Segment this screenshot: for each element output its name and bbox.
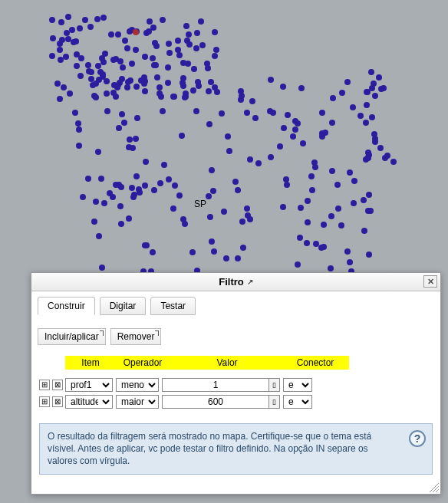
map-point[interactable] [308, 173, 315, 179]
map-point[interactable] [347, 169, 353, 176]
map-point[interactable] [290, 133, 296, 140]
map-point[interactable] [223, 255, 229, 261]
map-point[interactable] [361, 228, 367, 234]
map-point[interactable] [151, 187, 157, 193]
map-point[interactable] [329, 120, 335, 126]
map-point[interactable] [206, 121, 212, 127]
map-point[interactable] [58, 57, 64, 63]
operator-select[interactable]: menor [116, 378, 159, 392]
map-point[interactable] [160, 108, 166, 114]
map-point[interactable] [50, 35, 56, 41]
map-point[interactable] [133, 136, 139, 142]
map-point[interactable] [221, 209, 227, 215]
map-point[interactable] [368, 69, 374, 75]
map-point[interactable] [126, 144, 132, 150]
tab-testar[interactable]: Testar [150, 297, 196, 315]
map-point[interactable] [85, 176, 91, 182]
tab-digitar[interactable]: Digitar [100, 297, 147, 315]
map-point[interactable] [166, 41, 172, 47]
remove-button[interactable]: Remover [110, 328, 162, 345]
map-point[interactable] [126, 215, 132, 222]
map-point[interactable] [338, 222, 344, 228]
map-point[interactable] [283, 176, 289, 182]
map-point[interactable] [212, 29, 218, 35]
map-point[interactable] [329, 168, 335, 174]
connector-select[interactable]: e [283, 395, 312, 409]
map-point[interactable] [268, 77, 274, 83]
map-point[interactable] [366, 192, 372, 198]
map-point[interactable] [318, 245, 324, 251]
map-point[interactable] [156, 84, 163, 90]
map-point[interactable] [133, 173, 140, 179]
map-point[interactable] [85, 62, 91, 68]
map-point[interactable] [110, 194, 116, 200]
map-point[interactable] [321, 222, 327, 228]
map-point[interactable] [235, 187, 241, 193]
map-point[interactable] [100, 15, 107, 21]
map-point[interactable] [319, 133, 325, 140]
map-point[interactable] [284, 182, 290, 188]
map-point[interactable] [206, 193, 212, 199]
map-point[interactable] [176, 192, 183, 199]
popout-icon[interactable]: ↗ [247, 278, 253, 286]
map-point[interactable] [244, 110, 250, 116]
map-point[interactable] [189, 249, 196, 255]
map-point[interactable] [295, 120, 301, 127]
map-point[interactable] [199, 42, 206, 48]
map-point[interactable] [232, 179, 239, 185]
map-point[interactable] [357, 113, 364, 119]
map-point[interactable] [175, 47, 181, 53]
map-point[interactable] [64, 30, 70, 36]
map-point[interactable] [102, 51, 108, 57]
map-point[interactable] [285, 112, 291, 118]
map-point[interactable] [280, 84, 286, 90]
map-point[interactable] [364, 89, 370, 95]
map-point[interactable] [239, 93, 245, 99]
map-point[interactable] [211, 248, 217, 255]
map-point[interactable] [300, 140, 306, 146]
map-point[interactable] [115, 31, 121, 38]
dialog-titlebar[interactable]: Filtro ↗ ✕ [31, 273, 440, 291]
map-point[interactable] [297, 235, 303, 241]
map-point[interactable] [175, 38, 181, 44]
map-point[interactable] [49, 17, 55, 23]
map-point[interactable] [226, 148, 232, 154]
map-point[interactable] [335, 205, 341, 212]
connector-select[interactable]: e [283, 378, 312, 392]
map-point[interactable] [166, 176, 172, 182]
map-point[interactable] [67, 90, 73, 97]
map-point[interactable] [182, 94, 188, 100]
map-point[interactable] [118, 221, 124, 227]
map-point[interactable] [157, 180, 163, 186]
help-icon[interactable]: ? [409, 430, 426, 447]
expand-row-icon[interactable]: ⊞ [39, 380, 50, 390]
map-point[interactable] [292, 127, 298, 133]
map-point[interactable] [240, 245, 246, 251]
map-point[interactable] [74, 63, 80, 69]
map-point[interactable] [156, 90, 163, 97]
map-point[interactable] [268, 154, 274, 160]
map-point[interactable] [153, 43, 160, 49]
map-point[interactable] [95, 63, 101, 69]
map-point[interactable] [330, 95, 336, 101]
map-point[interactable] [351, 200, 357, 206]
map-point[interactable] [75, 120, 81, 127]
map-point[interactable] [277, 143, 283, 150]
map-point[interactable] [91, 219, 97, 225]
map-point[interactable] [61, 84, 67, 90]
map-point[interactable] [165, 80, 171, 86]
value-input[interactable] [162, 395, 269, 409]
map-point[interactable] [239, 219, 245, 225]
map-point[interactable] [295, 261, 301, 268]
map-point[interactable] [378, 86, 384, 92]
map-point[interactable] [73, 38, 79, 44]
map-point[interactable] [347, 259, 353, 265]
map-point[interactable] [225, 133, 231, 140]
resize-grip[interactable] [430, 483, 439, 492]
map-point[interactable] [95, 149, 101, 155]
map-point[interactable] [207, 214, 213, 220]
map-point[interactable] [377, 145, 384, 151]
map-point[interactable] [255, 160, 262, 166]
item-select[interactable]: altitude [65, 395, 113, 409]
map-point[interactable] [382, 155, 388, 161]
